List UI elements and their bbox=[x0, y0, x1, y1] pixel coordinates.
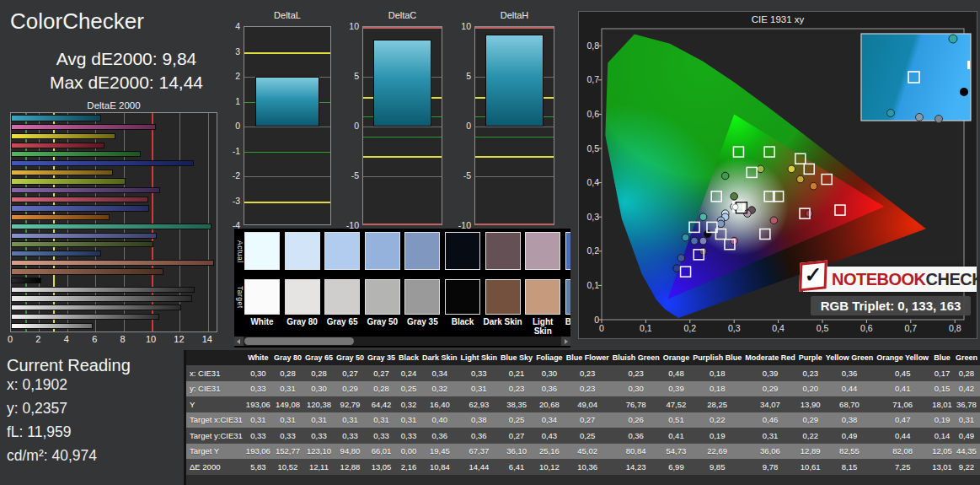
de-bar-green bbox=[11, 151, 141, 157]
swatch-scrollbar-thumb[interactable] bbox=[244, 337, 354, 345]
de-bar-blue-flower bbox=[11, 233, 157, 239]
deltae2000-chart bbox=[10, 112, 217, 332]
table-cell: 10,61 bbox=[797, 459, 824, 475]
table-cell: 0,18 bbox=[691, 381, 743, 397]
svg-text:0,1: 0,1 bbox=[640, 323, 652, 333]
swatch-name-label: Gray 35 bbox=[402, 317, 442, 326]
actual-swatch-white bbox=[244, 232, 280, 270]
de-bar-moderate-red bbox=[11, 197, 148, 202]
row-label: Target x:CIE31 bbox=[186, 412, 244, 428]
de-bar-gray-65 bbox=[11, 304, 181, 310]
row-label: x: CIE31 bbox=[186, 365, 244, 381]
table-cell: 0,31 bbox=[335, 412, 366, 428]
measured-point-blue bbox=[673, 265, 681, 272]
measured-point-green bbox=[721, 172, 729, 180]
table-cell: 36,06 bbox=[743, 444, 797, 460]
svg-text:0,7: 0,7 bbox=[904, 323, 917, 333]
red-threshold-line bbox=[475, 224, 554, 225]
x-tick-label: 6 bbox=[86, 334, 103, 344]
table-row: Target y:CIE310,330,330,330,330,330,330,… bbox=[186, 428, 980, 444]
de-bar-blue bbox=[11, 160, 194, 166]
svg-text:0,1: 0,1 bbox=[586, 280, 599, 290]
red-threshold-line bbox=[475, 27, 554, 29]
x-tick-label: 2 bbox=[29, 334, 46, 344]
gridline bbox=[363, 176, 442, 177]
table-cell: 13,90 bbox=[797, 396, 824, 412]
mini-chart-title: DeltaL bbox=[233, 10, 341, 20]
x-tick-label: 12 bbox=[170, 334, 187, 344]
table-cell: 20,68 bbox=[534, 396, 565, 412]
target-swatch-gray-50 bbox=[365, 279, 400, 315]
x-tick-label: 0 bbox=[2, 334, 19, 344]
table-cell: 0,39 bbox=[743, 365, 797, 381]
table-cell: 0,22 bbox=[691, 412, 743, 428]
table-cell: 0,31 bbox=[272, 412, 303, 428]
svg-text:0,8: 0,8 bbox=[949, 323, 961, 333]
column-header: Moderate Red bbox=[743, 350, 797, 365]
table-cell: 0,19 bbox=[930, 412, 954, 428]
table-cell: 123,10 bbox=[303, 444, 335, 460]
actual-swatch-gray-65 bbox=[324, 232, 360, 270]
column-header: Purplish Blue bbox=[691, 350, 743, 365]
de-bar-blue-sky bbox=[11, 251, 101, 256]
table-cell: 94,80 bbox=[335, 444, 366, 460]
table-cell: 0,17 bbox=[930, 365, 954, 381]
measured-point-gray-35 bbox=[717, 220, 725, 228]
table-cell: 10,12 bbox=[534, 459, 565, 475]
target-swatch-black bbox=[445, 279, 480, 315]
table-cell: 0,14 bbox=[930, 428, 954, 444]
column-header: Light Skin bbox=[459, 350, 500, 365]
table-cell: 0,33 bbox=[244, 381, 272, 397]
target-swatch-gray-65 bbox=[324, 279, 360, 315]
svg-text:0,6: 0,6 bbox=[586, 109, 599, 119]
scroll-right-arrow-icon[interactable] bbox=[561, 337, 570, 346]
table-cell: 0,34 bbox=[534, 412, 565, 428]
target-swatch-blue-sky bbox=[565, 279, 570, 315]
table-cell: 18,01 bbox=[930, 396, 954, 412]
table-cell: 0,27 bbox=[335, 365, 366, 381]
table-cell: 76,78 bbox=[611, 396, 661, 412]
table-cell: 5,83 bbox=[244, 459, 272, 475]
de-bar-magenta bbox=[11, 124, 156, 130]
table-cell: 0,21 bbox=[499, 365, 534, 381]
table-cell: 0,31 bbox=[743, 428, 797, 444]
actual-swatch-gray-35 bbox=[404, 232, 440, 270]
de-bar-gray-35 bbox=[11, 287, 195, 293]
scroll-left-arrow-icon[interactable] bbox=[234, 337, 244, 346]
table-cell: 0,32 bbox=[420, 381, 459, 397]
red-threshold-line bbox=[363, 27, 442, 29]
gridline bbox=[475, 127, 554, 127]
green-threshold-line bbox=[244, 152, 330, 153]
current-reading-row: x: 0,1902 bbox=[7, 376, 67, 394]
row-label: y: CIE31 bbox=[186, 381, 244, 397]
x-tick-label: 14 bbox=[199, 334, 216, 344]
row-label: Y bbox=[186, 396, 244, 412]
swatch-scrollbar[interactable] bbox=[234, 337, 570, 346]
row-label: Target Y bbox=[186, 444, 244, 460]
de-bar-foliage bbox=[11, 241, 153, 247]
table-cell: 45,02 bbox=[565, 444, 611, 460]
measured-point-purple bbox=[699, 248, 707, 256]
y-tick-label: 5 bbox=[456, 71, 471, 81]
y-tick-label: 3 bbox=[225, 46, 240, 57]
measurement-table: WhiteGray 80Gray 65Gray 50Gray 35BlackDa… bbox=[184, 350, 980, 485]
table-cell: 0,28 bbox=[272, 365, 303, 381]
table-cell: 16,40 bbox=[420, 396, 459, 412]
table-cell: 80,84 bbox=[611, 444, 661, 460]
table-cell: 0,25 bbox=[397, 381, 420, 397]
de-bar-cyan bbox=[11, 115, 101, 121]
svg-text:0,5: 0,5 bbox=[817, 323, 829, 333]
table-cell: 0,49 bbox=[954, 428, 979, 444]
swatch-name-label: Gray 50 bbox=[362, 317, 403, 326]
current-reading-row: cd/m²: 40,974 bbox=[7, 447, 97, 465]
cie-1931-panel: CIE 1931 xy bbox=[578, 11, 977, 339]
column-header: Dark Skin bbox=[420, 350, 459, 365]
table-cell: 47,52 bbox=[661, 396, 692, 412]
logo-text-check: CHECK bbox=[926, 270, 980, 289]
table-cell: 0,33 bbox=[459, 365, 500, 381]
table-row: y: CIE310,330,310,300,290,280,250,320,31… bbox=[186, 381, 980, 397]
table-cell: 0,22 bbox=[797, 428, 824, 444]
target-swatch-gray-35 bbox=[404, 279, 440, 315]
table-cell: 62,93 bbox=[459, 396, 500, 412]
table-cell: 54,73 bbox=[661, 444, 692, 460]
